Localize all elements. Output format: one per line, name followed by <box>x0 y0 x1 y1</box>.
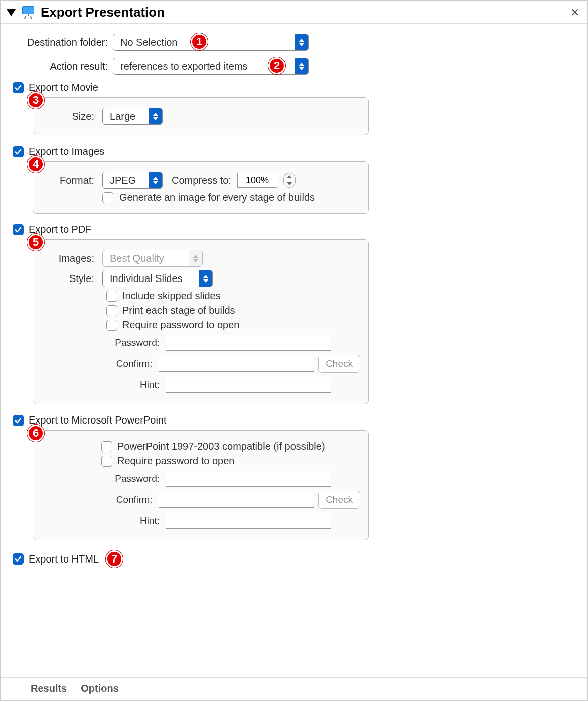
ppt-hint-input[interactable] <box>166 513 331 529</box>
footer-tabs: Results Options <box>1 677 587 700</box>
ppt-confirm-label: Confirm: <box>41 494 155 505</box>
destination-value: No Selection <box>113 37 184 48</box>
callout-5: 5 <box>27 234 44 251</box>
popup-arrows-icon <box>189 250 202 266</box>
compress-stepper[interactable] <box>283 173 296 188</box>
popup-arrows-icon <box>295 58 308 74</box>
window-title: Export Presentation <box>41 5 165 20</box>
stepper-down-icon[interactable] <box>284 180 295 187</box>
export-images-label: Export to Images <box>29 146 104 157</box>
movie-group: 3 Size: Large <box>33 97 369 135</box>
ppt-hint-label: Hint: <box>41 515 162 526</box>
callout-4: 4 <box>27 156 44 173</box>
images-group: 4 Format: JPEG Compress to: Generate an … <box>33 161 369 214</box>
destination-popup[interactable]: No Selection <box>113 34 309 51</box>
export-images-check-row: Export to Images <box>13 146 575 157</box>
stepper-up-icon[interactable] <box>284 173 295 180</box>
pdf-skipped-checkbox[interactable] <box>106 291 117 302</box>
pdf-confirm-input[interactable] <box>159 356 315 372</box>
pdf-require-label: Require password to open <box>122 319 239 331</box>
ppt-password-label: Password: <box>41 473 162 484</box>
pdf-hint-input[interactable] <box>166 377 331 393</box>
pdf-group: 5 Images: Best Quality Style: Individual… <box>33 239 369 404</box>
images-builds-checkbox[interactable] <box>102 192 113 203</box>
close-icon[interactable]: ✕ <box>568 6 581 19</box>
movie-size-value: Large <box>103 111 142 122</box>
titlebar: Export Presentation ✕ <box>1 1 587 24</box>
export-pdf-checkbox[interactable] <box>13 224 24 235</box>
pdf-style-value: Individual Slides <box>103 273 190 285</box>
export-presentation-window: Export Presentation ✕ Destination folder… <box>0 0 588 701</box>
options-tab[interactable]: Options <box>81 683 119 694</box>
images-format-label: Format: <box>41 175 96 186</box>
pdf-style-popup[interactable]: Individual Slides <box>102 270 213 287</box>
action-result-row: Action result: references to exported it… <box>13 58 575 75</box>
callout-6: 6 <box>27 425 44 442</box>
popup-arrows-icon <box>149 172 162 188</box>
callout-3: 3 <box>27 92 44 109</box>
disclosure-triangle-icon[interactable] <box>7 9 16 16</box>
pdf-images-value: Best Quality <box>103 253 171 264</box>
ppt-password-input[interactable] <box>166 471 331 487</box>
export-ppt-check-row: Export to Microsoft PowerPoint <box>13 414 575 426</box>
pdf-stages-label: Print each stage of builds <box>122 305 235 316</box>
ppt-compat-label: PowerPoint 1997-2003 compatible (if poss… <box>117 441 325 452</box>
ppt-group: 6 PowerPoint 1997-2003 compatible (if po… <box>33 430 369 540</box>
compress-input[interactable] <box>237 173 277 188</box>
pdf-images-popup[interactable]: Best Quality <box>102 250 203 267</box>
ppt-require-label: Require password to open <box>117 455 234 467</box>
keynote-icon <box>21 6 36 19</box>
ppt-confirm-input[interactable] <box>159 492 315 508</box>
images-builds-label: Generate an image for every stage of bui… <box>119 192 315 203</box>
pdf-password-label: Password: <box>41 337 162 348</box>
ppt-require-checkbox[interactable] <box>101 456 112 467</box>
ppt-check-button[interactable]: Check <box>318 491 360 509</box>
action-result-value: references to exported items <box>113 61 254 72</box>
export-html-label: Export to HTML <box>29 553 99 565</box>
pdf-hint-label: Hint: <box>41 379 162 390</box>
images-format-popup[interactable]: JPEG <box>102 172 163 189</box>
ppt-compat-checkbox[interactable] <box>101 441 112 452</box>
action-result-label: Action result: <box>13 61 113 72</box>
export-movie-checkbox[interactable] <box>13 82 24 93</box>
movie-size-popup[interactable]: Large <box>102 108 163 125</box>
movie-size-label: Size: <box>41 111 96 122</box>
export-html-checkbox[interactable] <box>13 553 24 565</box>
pdf-confirm-label: Confirm: <box>41 358 155 369</box>
pdf-style-label: Style: <box>41 273 96 285</box>
pdf-images-label: Images: <box>41 253 96 264</box>
popup-arrows-icon <box>149 108 162 124</box>
export-pdf-label: Export to PDF <box>29 224 92 235</box>
export-html-check-row: Export to HTML 7 <box>13 550 575 568</box>
export-ppt-checkbox[interactable] <box>13 415 24 426</box>
popup-arrows-icon <box>295 34 308 50</box>
destination-label: Destination folder: <box>13 37 113 48</box>
export-ppt-label: Export to Microsoft PowerPoint <box>29 414 167 426</box>
export-movie-check-row: Export to Movie <box>13 82 575 93</box>
popup-arrows-icon <box>199 270 212 287</box>
compress-label: Compress to: <box>172 175 231 186</box>
callout-1: 1 <box>191 33 208 50</box>
pdf-password-input[interactable] <box>166 335 331 351</box>
pdf-require-checkbox[interactable] <box>106 320 117 331</box>
callout-2: 2 <box>268 57 285 74</box>
export-movie-label: Export to Movie <box>29 82 98 93</box>
results-tab[interactable]: Results <box>31 683 67 694</box>
pdf-skipped-label: Include skipped slides <box>122 290 221 302</box>
pdf-stages-checkbox[interactable] <box>106 305 117 316</box>
images-format-value: JPEG <box>103 175 143 186</box>
destination-row: Destination folder: No Selection 1 <box>13 34 575 51</box>
callout-7: 7 <box>106 550 123 568</box>
export-pdf-check-row: Export to PDF <box>13 224 575 235</box>
export-images-checkbox[interactable] <box>13 146 24 157</box>
pdf-check-button[interactable]: Check <box>318 355 360 373</box>
content-area: Destination folder: No Selection 1 Actio… <box>1 24 587 568</box>
